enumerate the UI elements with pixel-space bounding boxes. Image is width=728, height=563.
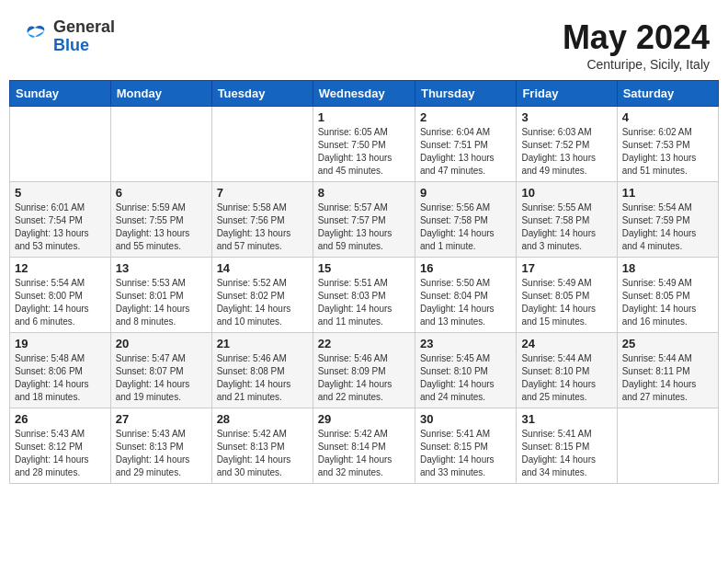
day-number: 7 xyxy=(217,186,308,200)
title-block: May 2024 Centuripe, Sicily, Italy xyxy=(563,18,710,72)
calendar-week-row: 1Sunrise: 6:05 AM Sunset: 7:50 PM Daylig… xyxy=(10,107,719,182)
day-info: Sunrise: 5:43 AM Sunset: 8:12 PM Dayligh… xyxy=(15,428,106,479)
calendar-cell xyxy=(617,408,718,484)
day-info: Sunrise: 6:02 AM Sunset: 7:53 PM Dayligh… xyxy=(622,126,713,178)
day-info: Sunrise: 5:46 AM Sunset: 8:08 PM Dayligh… xyxy=(217,352,308,404)
day-number: 10 xyxy=(521,186,611,200)
day-number: 21 xyxy=(217,337,308,350)
calendar-header-row: SundayMondayTuesdayWednesdayThursdayFrid… xyxy=(10,81,719,107)
calendar-week-row: 26Sunrise: 5:43 AM Sunset: 8:12 PM Dayli… xyxy=(10,408,719,484)
calendar-cell: 1Sunrise: 6:05 AM Sunset: 7:50 PM Daylig… xyxy=(313,107,415,182)
calendar-cell: 9Sunrise: 5:56 AM Sunset: 7:58 PM Daylig… xyxy=(415,182,516,258)
day-info: Sunrise: 5:50 AM Sunset: 8:04 PM Dayligh… xyxy=(420,277,511,328)
day-info: Sunrise: 5:41 AM Sunset: 8:15 PM Dayligh… xyxy=(521,428,611,479)
calendar-cell: 3Sunrise: 6:03 AM Sunset: 7:52 PM Daylig… xyxy=(517,107,617,182)
day-info: Sunrise: 5:44 AM Sunset: 8:11 PM Dayligh… xyxy=(622,352,713,404)
calendar-cell: 24Sunrise: 5:44 AM Sunset: 8:10 PM Dayli… xyxy=(517,333,617,408)
day-info: Sunrise: 5:53 AM Sunset: 8:01 PM Dayligh… xyxy=(116,277,207,328)
day-info: Sunrise: 5:45 AM Sunset: 8:10 PM Dayligh… xyxy=(420,352,511,404)
day-info: Sunrise: 5:47 AM Sunset: 8:07 PM Dayligh… xyxy=(116,352,207,404)
day-number: 13 xyxy=(116,261,207,275)
day-number: 28 xyxy=(217,412,308,426)
calendar-cell: 23Sunrise: 5:45 AM Sunset: 8:10 PM Dayli… xyxy=(415,333,516,408)
day-info: Sunrise: 6:04 AM Sunset: 7:51 PM Dayligh… xyxy=(420,126,511,178)
day-info: Sunrise: 6:05 AM Sunset: 7:50 PM Dayligh… xyxy=(318,126,410,178)
location-subtitle: Centuripe, Sicily, Italy xyxy=(563,57,710,72)
day-info: Sunrise: 6:03 AM Sunset: 7:52 PM Dayligh… xyxy=(521,126,611,178)
calendar-cell xyxy=(211,107,313,182)
weekday-header: Friday xyxy=(517,81,617,107)
day-info: Sunrise: 5:43 AM Sunset: 8:13 PM Dayligh… xyxy=(116,428,207,479)
day-number: 12 xyxy=(15,261,106,275)
logo-icon xyxy=(18,20,51,53)
weekday-header: Thursday xyxy=(415,81,516,107)
logo-text: General Blue xyxy=(53,18,115,55)
calendar-cell: 20Sunrise: 5:47 AM Sunset: 8:07 PM Dayli… xyxy=(110,333,211,408)
calendar-cell: 31Sunrise: 5:41 AM Sunset: 8:15 PM Dayli… xyxy=(517,408,617,484)
day-number: 6 xyxy=(116,186,207,200)
day-info: Sunrise: 5:55 AM Sunset: 7:58 PM Dayligh… xyxy=(521,201,611,253)
day-info: Sunrise: 5:56 AM Sunset: 7:58 PM Dayligh… xyxy=(420,201,511,253)
day-info: Sunrise: 5:54 AM Sunset: 8:00 PM Dayligh… xyxy=(15,277,106,328)
day-info: Sunrise: 5:42 AM Sunset: 8:14 PM Dayligh… xyxy=(318,428,410,479)
calendar-cell: 19Sunrise: 5:48 AM Sunset: 8:06 PM Dayli… xyxy=(10,333,111,408)
calendar-week-row: 19Sunrise: 5:48 AM Sunset: 8:06 PM Dayli… xyxy=(10,333,719,408)
day-info: Sunrise: 5:49 AM Sunset: 8:05 PM Dayligh… xyxy=(521,277,611,328)
weekday-header: Wednesday xyxy=(313,81,415,107)
logo: General Blue xyxy=(18,18,115,55)
day-number: 15 xyxy=(318,261,410,275)
day-number: 24 xyxy=(521,337,611,350)
calendar-cell: 21Sunrise: 5:46 AM Sunset: 8:08 PM Dayli… xyxy=(211,333,313,408)
calendar-cell: 30Sunrise: 5:41 AM Sunset: 8:15 PM Dayli… xyxy=(415,408,516,484)
day-info: Sunrise: 5:42 AM Sunset: 8:13 PM Dayligh… xyxy=(217,428,308,479)
calendar-cell: 25Sunrise: 5:44 AM Sunset: 8:11 PM Dayli… xyxy=(617,333,718,408)
logo-general: General xyxy=(53,17,115,36)
calendar-cell: 6Sunrise: 5:59 AM Sunset: 7:55 PM Daylig… xyxy=(110,182,211,258)
day-info: Sunrise: 5:58 AM Sunset: 7:56 PM Dayligh… xyxy=(217,201,308,253)
day-number: 1 xyxy=(318,110,410,124)
day-info: Sunrise: 5:51 AM Sunset: 8:03 PM Dayligh… xyxy=(318,277,410,328)
calendar-cell: 13Sunrise: 5:53 AM Sunset: 8:01 PM Dayli… xyxy=(110,258,211,333)
day-info: Sunrise: 6:01 AM Sunset: 7:54 PM Dayligh… xyxy=(15,201,106,253)
day-info: Sunrise: 5:48 AM Sunset: 8:06 PM Dayligh… xyxy=(15,352,106,404)
logo-blue: Blue xyxy=(53,36,89,54)
calendar-cell: 14Sunrise: 5:52 AM Sunset: 8:02 PM Dayli… xyxy=(211,258,313,333)
calendar-cell: 22Sunrise: 5:46 AM Sunset: 8:09 PM Dayli… xyxy=(313,333,415,408)
month-title: May 2024 xyxy=(563,18,710,57)
day-number: 19 xyxy=(15,337,106,350)
calendar-cell: 27Sunrise: 5:43 AM Sunset: 8:13 PM Dayli… xyxy=(110,408,211,484)
day-number: 18 xyxy=(622,261,713,275)
calendar-cell xyxy=(110,107,211,182)
weekday-header: Tuesday xyxy=(211,81,313,107)
calendar-cell: 10Sunrise: 5:55 AM Sunset: 7:58 PM Dayli… xyxy=(517,182,617,258)
day-number: 29 xyxy=(318,412,410,426)
day-info: Sunrise: 5:46 AM Sunset: 8:09 PM Dayligh… xyxy=(318,352,410,404)
calendar-cell xyxy=(10,107,111,182)
calendar-week-row: 5Sunrise: 6:01 AM Sunset: 7:54 PM Daylig… xyxy=(10,182,719,258)
day-info: Sunrise: 5:57 AM Sunset: 7:57 PM Dayligh… xyxy=(318,201,410,253)
weekday-header: Saturday xyxy=(617,81,718,107)
day-number: 16 xyxy=(420,261,511,275)
calendar-cell: 4Sunrise: 6:02 AM Sunset: 7:53 PM Daylig… xyxy=(617,107,718,182)
day-number: 2 xyxy=(420,110,511,124)
calendar-table: SundayMondayTuesdayWednesdayThursdayFrid… xyxy=(9,80,719,484)
calendar-cell: 12Sunrise: 5:54 AM Sunset: 8:00 PM Dayli… xyxy=(10,258,111,333)
day-info: Sunrise: 5:49 AM Sunset: 8:05 PM Dayligh… xyxy=(622,277,713,328)
day-info: Sunrise: 5:52 AM Sunset: 8:02 PM Dayligh… xyxy=(217,277,308,328)
day-info: Sunrise: 5:54 AM Sunset: 7:59 PM Dayligh… xyxy=(622,201,713,253)
calendar-cell: 29Sunrise: 5:42 AM Sunset: 8:14 PM Dayli… xyxy=(313,408,415,484)
day-number: 17 xyxy=(521,261,611,275)
day-number: 8 xyxy=(318,186,410,200)
day-number: 27 xyxy=(116,412,207,426)
calendar-week-row: 12Sunrise: 5:54 AM Sunset: 8:00 PM Dayli… xyxy=(10,258,719,333)
calendar-cell: 5Sunrise: 6:01 AM Sunset: 7:54 PM Daylig… xyxy=(10,182,111,258)
calendar-cell: 2Sunrise: 6:04 AM Sunset: 7:51 PM Daylig… xyxy=(415,107,516,182)
calendar-cell: 15Sunrise: 5:51 AM Sunset: 8:03 PM Dayli… xyxy=(313,258,415,333)
day-number: 26 xyxy=(15,412,106,426)
calendar-cell: 28Sunrise: 5:42 AM Sunset: 8:13 PM Dayli… xyxy=(211,408,313,484)
day-number: 30 xyxy=(420,412,511,426)
day-number: 4 xyxy=(622,110,713,124)
calendar-cell: 26Sunrise: 5:43 AM Sunset: 8:12 PM Dayli… xyxy=(10,408,111,484)
weekday-header: Sunday xyxy=(10,81,111,107)
calendar-cell: 16Sunrise: 5:50 AM Sunset: 8:04 PM Dayli… xyxy=(415,258,516,333)
